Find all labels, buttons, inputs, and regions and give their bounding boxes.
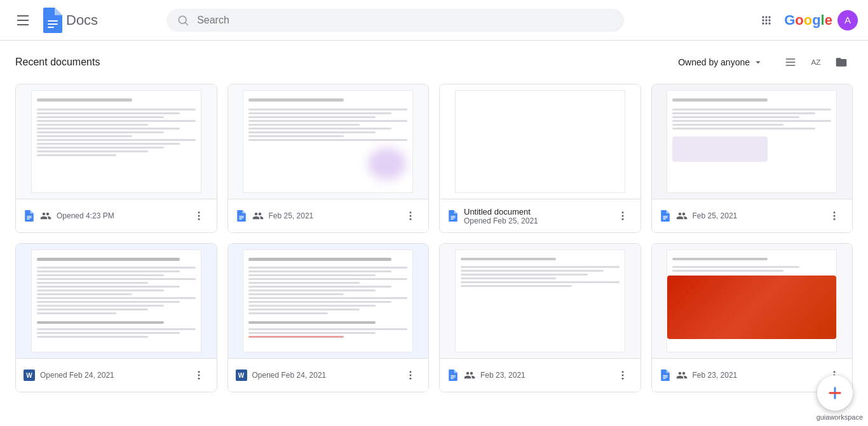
svg-rect-55 — [663, 376, 668, 377]
doc-footer-7: Feb 23, 2021 — [440, 358, 641, 392]
document-card-5[interactable]: W Opened Feb 24, 2021 — [15, 243, 217, 392]
search-icon — [177, 14, 189, 27]
doc-more-button-5[interactable] — [189, 365, 209, 385]
svg-point-39 — [834, 211, 836, 213]
chevron-down-icon — [752, 57, 764, 68]
menu-button[interactable] — [10, 8, 36, 33]
svg-point-8 — [762, 19, 764, 21]
svg-point-41 — [834, 218, 836, 220]
documents-grid: Opened 4:23 PM — [10, 79, 858, 397]
doc-more-button-1[interactable] — [189, 206, 209, 226]
svg-point-35 — [621, 218, 623, 220]
doc-more-button-6[interactable] — [400, 365, 421, 385]
svg-rect-37 — [663, 217, 668, 218]
svg-point-57 — [834, 371, 836, 373]
app-header: Docs Google A — [0, 0, 868, 41]
doc-more-button-4[interactable] — [824, 206, 844, 226]
doc-footer-1: Opened 4:23 PM — [16, 199, 217, 232]
app-logo[interactable]: Docs — [43, 8, 98, 33]
doc-date-7: Feb 23, 2021 — [480, 371, 607, 380]
svg-rect-0 — [48, 20, 58, 22]
doc-date-6: Opened Feb 24, 2021 — [252, 371, 396, 380]
doc-date-2: Feb 25, 2021 — [269, 211, 396, 220]
apps-grid-icon — [760, 14, 773, 27]
doc-preview-1 — [16, 84, 217, 199]
svg-point-12 — [765, 22, 767, 24]
app-name: Docs — [66, 12, 98, 29]
doc-preview-4 — [652, 84, 853, 199]
doc-preview-3 — [440, 84, 641, 199]
svg-point-21 — [198, 211, 200, 213]
doc-preview-6 — [228, 244, 429, 358]
list-view-button[interactable] — [779, 51, 802, 74]
svg-rect-26 — [239, 219, 242, 220]
doc-info-7: Feb 23, 2021 — [480, 371, 607, 380]
add-icon — [826, 384, 844, 402]
document-card-6[interactable]: W Opened Feb 24, 2021 — [227, 243, 430, 392]
document-card-1[interactable]: Opened 4:23 PM — [15, 84, 217, 233]
avatar[interactable]: A — [837, 10, 858, 30]
svg-point-43 — [198, 375, 200, 376]
folder-picker-button[interactable] — [830, 51, 853, 74]
document-card-3[interactable]: Untitled document Opened Feb 25, 2021 — [439, 84, 641, 233]
google-docs-type-icon-8 — [660, 369, 671, 381]
doc-date-4: Feb 25, 2021 — [693, 211, 820, 220]
shared-icon-1 — [40, 210, 51, 222]
shared-icon-2 — [252, 210, 264, 222]
doc-more-button-2[interactable] — [400, 206, 421, 226]
svg-point-7 — [768, 16, 770, 18]
svg-point-34 — [621, 215, 623, 217]
svg-line-4 — [186, 22, 188, 25]
svg-point-46 — [410, 375, 412, 376]
folder-icon — [835, 56, 848, 69]
more-vert-icon-1 — [193, 210, 205, 222]
svg-point-13 — [768, 22, 770, 24]
doc-info-1: Opened 4:23 PM — [57, 211, 184, 220]
google-apps-button[interactable] — [754, 8, 779, 33]
svg-rect-14 — [786, 58, 796, 60]
document-card-8[interactable]: Feb 23, 2021 — [651, 243, 853, 392]
sort-icon: AZ — [810, 56, 822, 69]
svg-rect-16 — [786, 65, 796, 66]
svg-rect-54 — [663, 375, 668, 376]
svg-point-44 — [198, 378, 200, 380]
svg-rect-19 — [27, 217, 32, 218]
svg-rect-30 — [451, 216, 456, 216]
sort-button[interactable]: AZ — [804, 51, 827, 74]
doc-more-button-3[interactable] — [613, 206, 633, 226]
new-document-fab[interactable] — [817, 375, 853, 411]
svg-point-10 — [768, 19, 770, 21]
docs-toolbar: Recent documents Owned by anyone — [10, 41, 858, 79]
svg-rect-38 — [663, 219, 666, 220]
toolbar-right: Owned by anyone AZ — [670, 51, 853, 74]
doc-footer-4: Feb 25, 2021 — [652, 199, 853, 232]
more-vert-icon-7 — [617, 369, 628, 381]
search-input[interactable] — [197, 15, 614, 26]
svg-rect-49 — [451, 376, 456, 377]
document-card-4[interactable]: Feb 25, 2021 — [651, 84, 853, 233]
google-docs-type-icon-4 — [660, 210, 671, 222]
doc-date-3: Opened Feb 25, 2021 — [464, 216, 607, 225]
svg-point-42 — [198, 371, 200, 373]
doc-more-button-7[interactable] — [613, 365, 633, 385]
svg-rect-20 — [27, 219, 30, 220]
doc-date-8: Feb 23, 2021 — [693, 371, 820, 380]
svg-point-47 — [410, 378, 412, 380]
svg-text:AZ: AZ — [811, 58, 821, 66]
main-content: Recent documents Owned by anyone — [0, 41, 868, 426]
google-docs-type-icon — [24, 210, 35, 222]
doc-info-6: Opened Feb 24, 2021 — [252, 371, 396, 380]
svg-point-33 — [621, 211, 623, 213]
svg-rect-24 — [239, 216, 244, 216]
hamburger-icon — [17, 15, 29, 25]
google-docs-type-icon-7 — [447, 369, 459, 381]
google-docs-type-icon-3 — [447, 210, 459, 222]
document-card-7[interactable]: Feb 23, 2021 — [439, 243, 641, 392]
search-bar[interactable] — [166, 9, 624, 32]
doc-info-3: Untitled document Opened Feb 25, 2021 — [464, 207, 607, 225]
svg-point-11 — [762, 22, 764, 24]
svg-rect-25 — [239, 217, 244, 218]
doc-footer-6: W Opened Feb 24, 2021 — [228, 358, 429, 392]
owned-by-filter[interactable]: Owned by anyone — [670, 53, 771, 72]
document-card-2[interactable]: Feb 25, 2021 — [227, 84, 430, 233]
